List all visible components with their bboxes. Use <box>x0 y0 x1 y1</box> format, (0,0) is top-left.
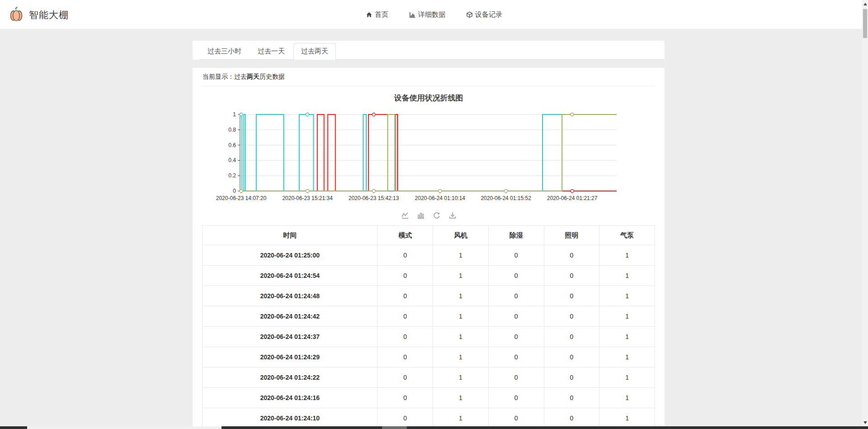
value-cell: 0 <box>488 388 544 408</box>
value-cell: 1 <box>433 347 489 367</box>
time-cell: 2020-06-24 01:24:54 <box>203 266 377 286</box>
time-cell: 2020-06-24 01:25:00 <box>203 245 377 266</box>
scroll-up-arrow-icon[interactable] <box>862 0 868 8</box>
value-cell: 0 <box>544 286 599 306</box>
time-cell: 2020-06-24 01:24:48 <box>203 286 377 306</box>
line-chart-icon[interactable] <box>401 211 410 220</box>
time-cell: 2020-06-24 01:24:10 <box>203 408 377 429</box>
table-header-cell: 风机 <box>433 226 489 245</box>
value-cell: 0 <box>377 327 433 347</box>
svg-text:0.2: 0.2 <box>228 172 236 179</box>
table-row: 2020-06-24 01:24:2901001 <box>203 347 655 367</box>
cube-icon <box>466 11 473 18</box>
nav-item-label: 首页 <box>375 10 388 19</box>
value-cell: 1 <box>433 408 489 429</box>
value-cell: 0 <box>544 347 599 367</box>
history-panel: 当前显示：过去两天历史数据 设备使用状况折线图 00.20.40.60.8120… <box>193 68 665 429</box>
restore-icon[interactable] <box>432 211 441 220</box>
value-cell: 1 <box>599 306 655 327</box>
value-cell: 1 <box>433 286 489 306</box>
value-cell: 0 <box>377 388 433 408</box>
bar-chart-icon[interactable] <box>416 211 425 220</box>
table-row: 2020-06-24 01:24:4801001 <box>203 286 655 306</box>
value-cell: 1 <box>599 286 655 306</box>
svg-text:0.6: 0.6 <box>228 142 236 148</box>
nav-item-label: 设备记录 <box>475 10 502 19</box>
value-cell: 0 <box>544 245 599 266</box>
nav-item-detail-data[interactable]: 详细数据 <box>409 10 445 19</box>
value-cell: 0 <box>488 408 544 429</box>
table-header-cell: 时间 <box>203 226 377 245</box>
nav-item-label: 详细数据 <box>418 10 445 19</box>
value-cell: 0 <box>377 245 433 266</box>
value-cell: 0 <box>544 266 599 286</box>
table-header-row: 时间模式风机除湿照明气泵 <box>203 226 655 245</box>
value-cell: 0 <box>488 266 544 286</box>
device-usage-line-chart: 00.20.40.60.812020-06-23 14:07:202020-06… <box>202 105 655 208</box>
table-row: 2020-06-24 01:24:3701001 <box>203 327 655 347</box>
tab-past-2-days[interactable]: 过去两天 <box>293 43 336 60</box>
svg-text:0.4: 0.4 <box>228 157 236 163</box>
time-range-tabs-card: 过去三小时 过去一天 过去两天 <box>193 41 665 60</box>
horizontal-scrollbar-thumb[interactable] <box>27 426 222 429</box>
value-cell: 0 <box>544 327 599 347</box>
vertical-scrollbar-thumb[interactable] <box>863 9 867 38</box>
time-cell: 2020-06-24 01:24:29 <box>203 347 377 367</box>
value-cell: 0 <box>377 266 433 286</box>
nav-item-device-records[interactable]: 设备记录 <box>466 10 502 19</box>
value-cell: 0 <box>488 306 544 327</box>
table-row: 2020-06-24 01:25:0001001 <box>203 245 655 266</box>
status-suffix: 历史数据 <box>259 73 285 80</box>
value-cell: 0 <box>488 367 544 388</box>
value-cell: 1 <box>599 266 655 286</box>
value-cell: 1 <box>599 408 655 429</box>
value-cell: 0 <box>544 408 599 429</box>
vertical-scrollbar[interactable] <box>862 0 868 429</box>
table-header-cell: 除湿 <box>488 226 544 245</box>
value-cell: 0 <box>488 347 544 367</box>
download-icon[interactable] <box>448 211 457 220</box>
table-header-cell: 模式 <box>377 226 433 245</box>
horizontal-scrollbar[interactable] <box>0 426 868 429</box>
tab-past-1-day[interactable]: 过去一天 <box>250 43 292 60</box>
value-cell: 0 <box>377 286 433 306</box>
table-row: 2020-06-24 01:24:1601001 <box>203 388 655 408</box>
horizontal-scrollbar-patch <box>382 426 407 429</box>
table-header-cell: 气泵 <box>599 226 655 245</box>
value-cell: 0 <box>544 388 599 408</box>
time-cell: 2020-06-24 01:24:22 <box>203 367 377 388</box>
status-prefix: 当前显示：过去 <box>203 73 247 80</box>
time-cell: 2020-06-24 01:24:16 <box>203 388 377 408</box>
svg-text:2020-06-24 01:21:27: 2020-06-24 01:21:27 <box>547 195 598 201</box>
svg-text:2020-06-23 15:42:13: 2020-06-23 15:42:13 <box>349 195 399 201</box>
svg-text:1: 1 <box>233 111 236 118</box>
value-cell: 0 <box>488 245 544 266</box>
svg-text:2020-06-24 01:10:14: 2020-06-24 01:10:14 <box>415 195 466 201</box>
home-icon <box>366 11 373 18</box>
value-cell: 0 <box>488 286 544 306</box>
value-cell: 1 <box>433 388 489 408</box>
svg-text:0: 0 <box>233 188 236 194</box>
top-nav: 首页 详细数据 设备记录 <box>0 0 868 29</box>
value-cell: 0 <box>377 408 433 429</box>
scroll-down-arrow-icon[interactable] <box>862 419 868 426</box>
time-range-tabs: 过去三小时 过去一天 过去两天 <box>200 43 665 60</box>
chart-title: 设备使用状况折线图 <box>202 93 655 103</box>
svg-text:2020-06-23 14:07:20: 2020-06-23 14:07:20 <box>216 195 267 201</box>
table-row: 2020-06-24 01:24:5401001 <box>203 266 655 286</box>
value-cell: 0 <box>377 347 433 367</box>
current-display-status: 当前显示：过去两天历史数据 <box>202 68 655 86</box>
value-cell: 0 <box>544 306 599 327</box>
value-cell: 0 <box>544 367 599 388</box>
table-row: 2020-06-24 01:24:1001001 <box>203 408 655 429</box>
value-cell: 1 <box>433 266 489 286</box>
table-header-cell: 照明 <box>544 226 599 245</box>
value-cell: 0 <box>377 367 433 388</box>
value-cell: 1 <box>599 367 655 388</box>
tab-past-3-hours[interactable]: 过去三小时 <box>200 43 249 60</box>
nav-item-home[interactable]: 首页 <box>366 10 388 19</box>
value-cell: 1 <box>433 306 489 327</box>
status-highlight: 两天 <box>247 73 259 80</box>
time-cell: 2020-06-24 01:24:42 <box>203 306 377 327</box>
table-row: 2020-06-24 01:24:4201001 <box>203 306 655 327</box>
